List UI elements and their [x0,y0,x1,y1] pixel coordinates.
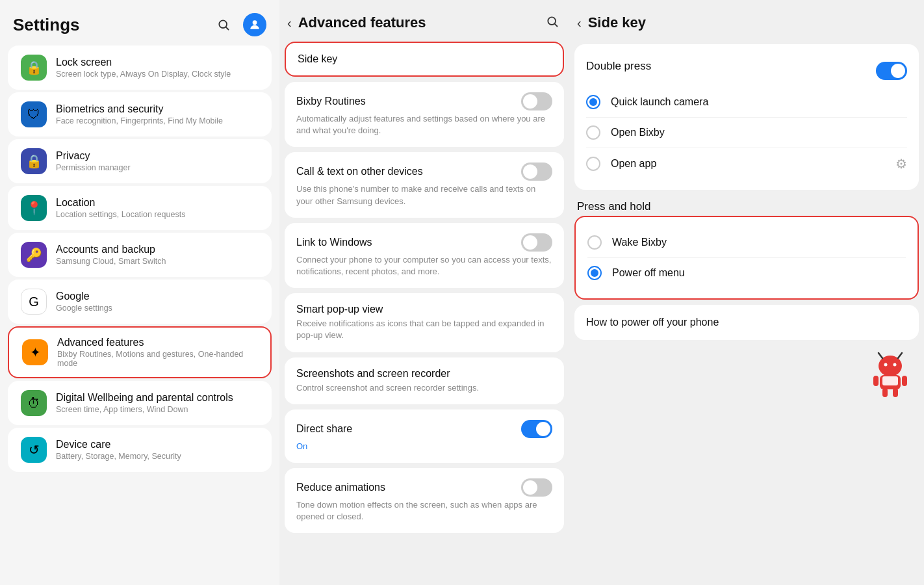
radio-quick-launch-camera[interactable]: Quick launch camera [586,87,907,117]
double-press-section: Double press Quick launch cameraOpen Bix… [574,44,919,190]
svg-rect-14 [893,388,898,397]
accounts-title: Accounts and backup [56,244,166,255]
radio-label-power-off-menu: Power off menu [612,267,906,279]
svg-line-6 [879,353,882,358]
call-text-subtitle: Use this phone's number to make and rece… [296,183,552,207]
radio-power-off-menu[interactable]: Power off menu [587,257,906,288]
svg-line-7 [898,353,902,358]
smart-popup-title: Smart pop-up view [296,304,383,315]
radio-circle-wake-bixby [587,235,602,250]
sidebar-item-google[interactable]: GGoogleGoogle settings [8,280,272,324]
right-back-button[interactable]: ‹ [577,16,582,31]
sidebar-item-location[interactable]: 📍LocationLocation settings, Location req… [8,186,272,230]
press-hold-section: Wake BixbyPower off menu [574,216,919,300]
svg-point-9 [893,363,897,367]
back-button[interactable]: ‹ [287,16,292,31]
radio-circle-open-bixby [586,125,600,140]
sidebar-item-lock-screen[interactable]: 🔒Lock screenScreen lock type, Always On … [8,46,272,90]
reduce-animations-toggle[interactable] [521,478,552,497]
how-to-title: How to power off your phone [586,317,719,328]
lock-screen-icon: 🔒 [21,55,47,81]
screenshots-title: Screenshots and screen recorder [296,368,450,380]
radio-circle-open-app [586,157,600,171]
bixby-routines-toggle[interactable] [521,92,552,110]
accounts-subtitle: Samsung Cloud, Smart Switch [56,257,166,266]
device-care-icon: ↺ [21,437,47,463]
android-mascot-container [574,345,919,405]
search-icon[interactable] [212,13,235,36]
svg-rect-12 [902,376,907,386]
call-text-toggle[interactable] [521,162,552,181]
middle-card-call-text[interactable]: Call & text on other devicesUse this pho… [285,152,564,217]
svg-line-1 [226,27,229,30]
middle-card-link-windows[interactable]: Link to WindowsConnect your phone to you… [285,223,564,288]
location-icon: 📍 [21,195,47,221]
middle-card-smart-popup[interactable]: Smart pop-up viewReceive notifications a… [285,293,564,352]
settings-panel: Settings 🔒Lock screenScreen lock type, A… [0,0,279,585]
bixby-routines-title: Bixby Routines [296,96,366,107]
digital-wellbeing-icon: ⏱ [21,390,47,416]
sidebar-item-device-care[interactable]: ↺Device careBattery, Storage, Memory, Se… [8,428,272,472]
radio-open-bixby[interactable]: Open Bixby [586,117,907,148]
link-windows-title: Link to Windows [296,237,372,248]
lock-screen-title: Lock screen [56,57,231,68]
middle-card-screenshots[interactable]: Screenshots and screen recorderControl s… [285,358,564,404]
middle-header: ‹ Advanced features [285,6,564,42]
middle-card-bixby-routines[interactable]: Bixby RoutinesAutomatically adjust featu… [285,82,564,147]
call-text-title: Call & text on other devices [296,166,423,177]
radio-circle-power-off-menu [587,266,602,280]
android-mascot-icon [871,352,910,398]
right-panel-title: Side key [588,14,646,31]
middle-card-direct-share[interactable]: Direct shareOn [285,410,564,463]
reduce-animations-subtitle: Tone down motion effects on the screen, … [296,499,552,523]
screenshots-subtitle: Control screenshot and screen recorder s… [296,382,552,394]
settings-title: Settings [13,15,80,35]
header-icons [212,13,266,36]
radio-wake-bixby[interactable]: Wake Bixby [587,228,906,257]
radio-label-open-app: Open app [611,158,895,170]
account-avatar[interactable] [243,13,266,36]
biometrics-icon: 🛡 [21,101,47,127]
sidebar-item-accounts[interactable]: 🔑Accounts and backupSamsung Cloud, Smart… [8,233,272,277]
sidebar-item-privacy[interactable]: 🔒PrivacyPermission manager [8,139,272,183]
privacy-subtitle: Permission manager [56,163,131,172]
biometrics-subtitle: Face recognition, Fingerprints, Find My … [56,116,223,125]
sidebar-item-digital-wellbeing[interactable]: ⏱Digital Wellbeing and parental controls… [8,381,272,425]
press-hold-label-container: Press and hold [574,195,919,216]
side-key-panel: ‹ Side key Double press Quick launch cam… [569,0,924,585]
gear-icon-open-app[interactable]: ⚙ [895,156,907,172]
advanced-subtitle: Bixby Routines, Motions and gestures, On… [57,350,257,368]
location-subtitle: Location settings, Location requests [56,210,185,219]
settings-list: 🔒Lock screenScreen lock type, Always On … [0,46,279,472]
advanced-title: Advanced features [57,337,257,348]
middle-card-reduce-animations[interactable]: Reduce animationsTone down motion effect… [285,468,564,533]
privacy-title: Privacy [56,150,131,162]
radio-label-open-bixby: Open Bixby [611,127,907,138]
advanced-features-panel: ‹ Advanced features Side keyBixby Routin… [279,0,569,585]
radio-open-app[interactable]: Open app⚙ [586,148,907,179]
sidebar-item-biometrics[interactable]: 🛡Biometrics and securityFace recognition… [8,92,272,136]
direct-share-toggle[interactable] [521,420,552,438]
device-care-title: Device care [56,439,181,450]
sidebar-item-advanced[interactable]: ✦Advanced featuresBixby Routines, Motion… [8,326,272,378]
middle-card-side-key[interactable]: Side key [285,42,564,77]
accounts-icon: 🔑 [21,242,47,268]
middle-search-icon[interactable] [546,15,559,31]
link-windows-toggle[interactable] [521,233,552,252]
device-care-subtitle: Battery, Storage, Memory, Security [56,452,181,461]
side-key-title: Side key [298,53,337,65]
double-press-toggle[interactable] [876,62,907,80]
reduce-animations-title: Reduce animations [296,482,385,493]
lock-screen-subtitle: Screen lock type, Always On Display, Clo… [56,70,231,79]
svg-line-4 [555,23,558,26]
how-to-card[interactable]: How to power off your phone [574,305,919,340]
direct-share-subtitle: On [296,441,552,452]
radio-label-quick-launch-camera: Quick launch camera [611,96,907,108]
privacy-icon: 🔒 [21,148,47,174]
google-title: Google [56,291,112,302]
svg-rect-11 [873,376,879,386]
double-press-label: Double press [586,60,651,73]
direct-share-title: Direct share [296,423,352,435]
digital-wellbeing-title: Digital Wellbeing and parental controls [56,392,233,404]
google-subtitle: Google settings [56,304,112,313]
